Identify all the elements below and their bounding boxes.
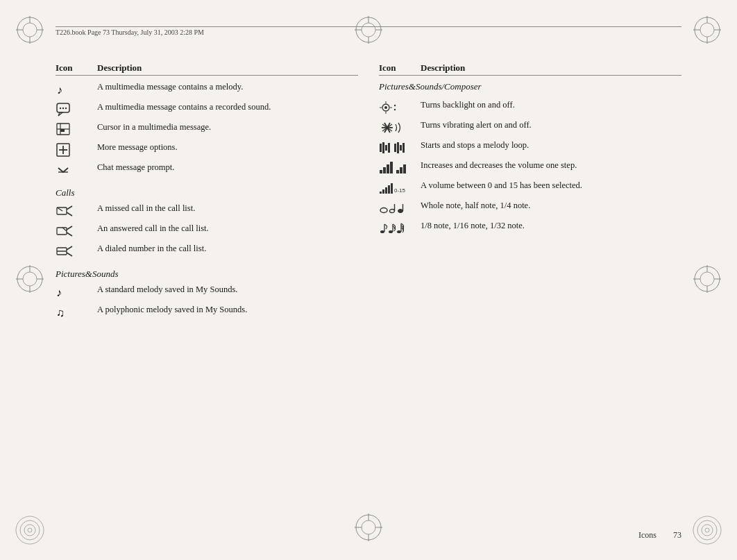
desc-dialed-call: A dialed number in the call list. [97, 243, 358, 255]
svg-rect-87 [385, 145, 387, 151]
desc-volume-step: Increases and decreases the volume one s… [421, 160, 681, 171]
list-item: ♫ A polyphonic melody saved in My Sounds… [56, 304, 358, 320]
list-item: Whole note, half note, 1/4 note. [379, 200, 681, 216]
svg-point-7 [700, 23, 714, 37]
left-col-header: Icon Description [56, 62, 358, 76]
desc-volume-range: A volume between 0 and 15 has been selec… [421, 180, 681, 192]
left-center-mark [12, 262, 47, 299]
svg-point-14 [24, 525, 35, 536]
main-content: Icon Description ♪ A multimedia message … [56, 62, 681, 518]
svg-point-17 [697, 520, 717, 540]
svg-rect-103 [388, 185, 390, 194]
missed-call-icon [56, 203, 97, 219]
svg-point-73 [384, 106, 387, 109]
list-item: 0-15 A volume between 0 and 15 has been … [379, 180, 681, 196]
desc-standard-melody: A standard melody saved in My Sounds. [97, 284, 358, 296]
list-item: Increases and decreases the volume one s… [379, 160, 681, 176]
svg-point-39 [700, 272, 714, 286]
svg-point-115 [397, 230, 401, 233]
melody-loop-icon [379, 139, 421, 155]
corner-mark-tl [12, 12, 47, 47]
footer: Icons 73 [56, 530, 681, 541]
svg-rect-104 [391, 183, 393, 194]
page: T226.book Page 73 Thursday, July 31, 200… [0, 0, 737, 560]
svg-rect-53 [60, 129, 65, 132]
list-item: Chat message prompt. [56, 162, 358, 178]
svg-rect-97 [396, 170, 399, 173]
svg-rect-90 [397, 142, 399, 153]
svg-rect-102 [385, 187, 387, 194]
svg-point-18 [702, 525, 713, 536]
svg-point-47 [60, 108, 61, 109]
svg-rect-94 [383, 167, 386, 173]
desc-polyphonic-melody: A polyphonic melody saved in My Sounds. [97, 304, 358, 316]
music-note-icon: ♪ [56, 81, 97, 97]
right-column: Icon Description Pictures&Sounds/Compose… [379, 62, 681, 518]
svg-rect-99 [403, 164, 406, 173]
standard-melody-icon: ♪ [56, 284, 97, 300]
right-col-header: Icon Description [379, 62, 681, 76]
desc-note-values-1: Whole note, half note, 1/4 note. [421, 200, 681, 212]
svg-rect-101 [382, 189, 384, 194]
list-item: Starts and stops a melody loop. [379, 139, 681, 155]
note-values-2-icon [379, 220, 421, 236]
svg-point-106 [380, 208, 387, 213]
svg-rect-88 [388, 143, 390, 153]
left-desc-header: Description [97, 62, 142, 74]
svg-point-1 [23, 23, 37, 37]
svg-line-65 [62, 228, 67, 231]
svg-rect-91 [400, 145, 402, 151]
svg-line-68 [67, 253, 72, 256]
list-item: Cursor in a multimedia message. [56, 121, 358, 137]
pictures-sounds-section-label: Pictures&Sounds [56, 269, 358, 280]
chat-prompt-icon [56, 162, 97, 178]
svg-line-67 [67, 246, 72, 250]
right-center-mark [690, 262, 725, 299]
pictures-sounds-composer-label: Pictures&Sounds/Composer [379, 81, 681, 92]
svg-line-61 [57, 207, 62, 211]
footer-text: Icons 73 [638, 530, 681, 541]
list-item: Turns backlight on and off. [379, 99, 681, 115]
corner-mark-bl [12, 513, 47, 548]
header-text: T226.book Page 73 Thursday, July 31, 200… [56, 28, 204, 36]
svg-rect-62 [57, 228, 67, 235]
left-column: Icon Description ♪ A multimedia message … [56, 62, 358, 518]
desc-vibrate: Turns vibrating alert on and off. [421, 119, 681, 131]
note-values-1-icon [379, 200, 421, 216]
dialed-call-icon [56, 243, 97, 259]
list-item: An answered call in the call list. [56, 223, 358, 239]
svg-rect-86 [382, 142, 384, 153]
list-item: ♪ A multimedia message contains a melody… [56, 81, 358, 97]
backlight-icon [379, 99, 421, 115]
svg-point-15 [28, 528, 32, 532]
desc-backlight: Turns backlight on and off. [421, 99, 681, 111]
plus-box-icon [56, 142, 97, 158]
desc-answered-call: An answered call in the call list. [97, 223, 358, 235]
svg-text:♪: ♪ [56, 287, 62, 298]
cursor-mm-icon [56, 121, 97, 137]
svg-point-27 [362, 23, 375, 37]
svg-rect-98 [400, 167, 403, 173]
list-item: A missed call in the call list. [56, 203, 358, 219]
answered-call-icon [56, 223, 97, 239]
list-item: More message options. [56, 142, 358, 158]
svg-point-48 [62, 108, 64, 109]
volume-step-icon [379, 160, 421, 176]
svg-text:♪: ♪ [57, 84, 62, 96]
svg-rect-96 [390, 162, 393, 173]
svg-line-60 [67, 212, 72, 216]
desc-missed-call: A missed call in the call list. [97, 203, 358, 214]
desc-melody: A multimedia message contains a melody. [97, 81, 358, 93]
svg-point-33 [23, 272, 37, 286]
svg-line-63 [67, 226, 72, 230]
svg-line-59 [67, 206, 72, 210]
svg-point-19 [705, 528, 709, 532]
list-item: A dialed number in the call list. [56, 243, 358, 259]
desc-more-options: More message options. [97, 142, 358, 153]
svg-point-111 [380, 230, 384, 233]
svg-point-107 [390, 210, 395, 213]
desc-note-values-2: 1/8 note, 1/16 note, 1/32 note. [421, 220, 681, 232]
list-item: ♪ A standard melody saved in My Sounds. [56, 284, 358, 300]
top-center-mark [351, 12, 386, 50]
volume-range-icon: 0-15 [379, 180, 421, 196]
